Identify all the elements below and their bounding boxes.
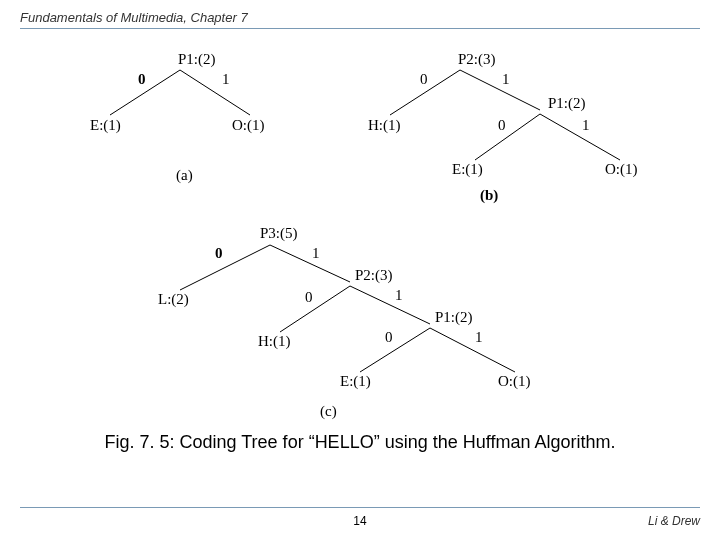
node-p3: P3:(5) — [260, 225, 298, 242]
node-p2: P2:(3) — [355, 267, 393, 284]
edge-0: 0 — [215, 245, 223, 261]
node-o: O:(1) — [605, 161, 638, 178]
node-e: E:(1) — [340, 373, 371, 390]
svg-line-11 — [430, 328, 515, 372]
svg-line-5 — [540, 114, 620, 160]
edge-1: 1 — [502, 71, 510, 87]
svg-line-7 — [270, 245, 350, 282]
footer-rule — [20, 507, 700, 508]
slide-header: Fundamentals of Multimedia, Chapter 7 — [20, 10, 700, 29]
svg-line-4 — [475, 114, 540, 160]
svg-line-6 — [180, 245, 270, 290]
edge-1: 1 — [475, 329, 483, 345]
node-h: H:(1) — [368, 117, 401, 134]
authors: Li & Drew — [648, 514, 700, 528]
edge-0: 0 — [498, 117, 506, 133]
node-e: E:(1) — [90, 117, 121, 134]
tag-a: (a) — [176, 167, 193, 184]
header-text: Fundamentals of Multimedia, Chapter 7 — [20, 10, 248, 25]
edge-0: 0 — [420, 71, 428, 87]
node-l: L:(2) — [158, 291, 189, 308]
tag-c: (c) — [320, 403, 337, 420]
diagram-area: P1:(2) 0 1 E:(1) O:(1) (a) P2:(3) 0 1 H:… — [0, 50, 720, 424]
tag-b: (b) — [480, 187, 498, 204]
svg-line-9 — [350, 286, 430, 324]
edge-1: 1 — [312, 245, 320, 261]
node-h: H:(1) — [258, 333, 291, 350]
edge-1: 1 — [222, 71, 230, 87]
svg-line-10 — [360, 328, 430, 372]
edge-1: 1 — [395, 287, 403, 303]
node-o: O:(1) — [498, 373, 531, 390]
edge-0: 0 — [305, 289, 313, 305]
figure-caption: Fig. 7. 5: Coding Tree for “HELLO” using… — [0, 432, 720, 453]
svg-line-3 — [460, 70, 540, 110]
node-p2: P2:(3) — [458, 51, 496, 68]
page-number: 14 — [353, 514, 366, 528]
svg-line-8 — [280, 286, 350, 332]
tree-c: P3:(5) 0 1 L:(2) P2:(3) 0 1 H:(1) P1:(2)… — [158, 225, 531, 420]
huffman-trees: P1:(2) 0 1 E:(1) O:(1) (a) P2:(3) 0 1 H:… — [0, 50, 720, 420]
edge-1: 1 — [582, 117, 590, 133]
tree-b: P2:(3) 0 1 H:(1) P1:(2) 0 1 E:(1) O:(1) … — [368, 51, 638, 204]
node-o: O:(1) — [232, 117, 265, 134]
node-p1: P1:(2) — [435, 309, 473, 326]
edge-0: 0 — [385, 329, 393, 345]
header-rule — [20, 28, 700, 29]
edge-0: 0 — [138, 71, 146, 87]
node-e: E:(1) — [452, 161, 483, 178]
node-p1: P1:(2) — [548, 95, 586, 112]
slide-footer: 14 Li & Drew — [20, 507, 700, 528]
svg-line-1 — [180, 70, 250, 115]
tree-a: P1:(2) 0 1 E:(1) O:(1) (a) — [90, 51, 265, 184]
node-p1: P1:(2) — [178, 51, 216, 68]
